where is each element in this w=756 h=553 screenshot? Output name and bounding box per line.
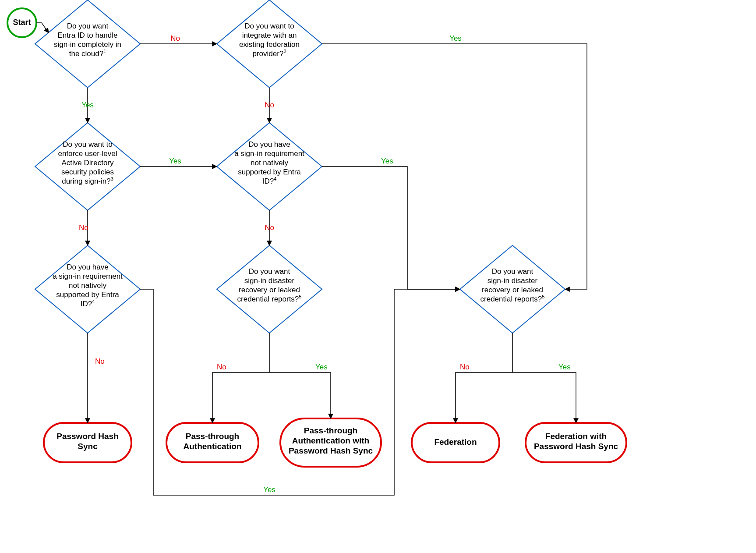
t5-line0: Federation with <box>545 432 607 441</box>
t2-line1: Authentication <box>184 442 242 451</box>
t3-line1: Authentication with <box>292 436 369 445</box>
d1-line0: Do you want <box>67 22 109 30</box>
t5-line1: Password Hash Sync <box>534 442 618 451</box>
d2-line3: provider?2 <box>253 49 286 58</box>
decision-d3: Do you want to enforce user-level Active… <box>35 123 140 210</box>
d5-line1: a sign-in requirement <box>53 272 123 280</box>
d3-line0: Do you want to <box>63 140 112 149</box>
d1-line3: the cloud?1 <box>69 49 106 58</box>
d2-line0: Do you want to <box>244 22 294 30</box>
d3-line2: Active Directory <box>61 159 114 167</box>
d4-line3: supported by Entra <box>238 168 301 176</box>
d7-line0: Do you want <box>492 267 533 276</box>
decision-d7: Do you want sign-in disaster recovery or… <box>460 245 565 333</box>
edge-d4-d7 <box>322 167 460 289</box>
t1-line0: Password Hash <box>57 432 119 441</box>
d1-line1: Entra ID to handle <box>57 31 117 39</box>
label-d4-yes: Yes <box>381 157 393 165</box>
d6-line3: credential reports?5 <box>237 294 302 303</box>
d6-line1: sign-in disaster <box>244 276 295 285</box>
label-d4-no: No <box>265 223 274 232</box>
terminator-federation-phs: Federation with Password Hash Sync <box>526 423 626 462</box>
t3-line0: Pass-through <box>304 426 357 435</box>
label-d2-no: No <box>265 101 274 109</box>
d6-line0: Do you want <box>249 267 290 276</box>
terminator-federation: Federation <box>412 423 499 462</box>
terminator-pass-through-auth: Pass-through Authentication <box>166 423 258 462</box>
label-d5-yes: Yes <box>263 486 276 494</box>
d3-line3: security policies <box>61 168 114 176</box>
decision-d1: Do you want Entra ID to handle sign-in c… <box>35 0 140 88</box>
terminator-pass-through-auth-phs: Pass-through Authentication with Passwor… <box>280 418 381 467</box>
t1-line1: Sync <box>78 442 98 451</box>
d3-line1: enforce user-level <box>58 149 117 158</box>
d6-line2: recovery or leaked <box>239 286 300 294</box>
label-d1-no: No <box>170 34 180 43</box>
d2-line2: existing federation <box>239 40 300 49</box>
label-d7-yes: Yes <box>558 363 571 371</box>
d3-line4: during sign-in?3 <box>62 176 113 185</box>
label-d6-no: No <box>217 363 226 371</box>
edge-d7-t4 <box>456 372 512 423</box>
edge-start-d1 <box>36 23 49 33</box>
label-d5-no: No <box>95 357 105 365</box>
edge-d6-t2 <box>212 372 269 423</box>
t2-line0: Pass-through <box>186 432 239 441</box>
start-label: Start <box>13 18 31 27</box>
decision-d5: Do you have a sign-in requirement not na… <box>35 245 140 333</box>
d5-line3: supported by Entra <box>56 291 119 299</box>
d7-line3: credential reports?5 <box>480 294 545 303</box>
label-d3-no: No <box>79 223 88 232</box>
d7-line1: sign-in disaster <box>488 276 538 285</box>
edge-d7-t5 <box>512 372 576 423</box>
d5-line2: not natively <box>69 281 106 290</box>
d7-line2: recovery or leaked <box>482 286 543 294</box>
d2-line1: integrate with an <box>242 31 297 39</box>
label-d2-yes: Yes <box>449 34 462 43</box>
d1-line2: sign-in completely in <box>54 40 121 49</box>
t3-line2: Password Hash Sync <box>289 446 373 455</box>
d5-line0: Do you have <box>67 263 108 271</box>
d4-line0: Do you have <box>248 140 290 149</box>
decision-d2: Do you want to integrate with an existin… <box>217 0 322 88</box>
edge-d6-t3 <box>269 372 331 418</box>
terminator-password-hash-sync: Password Hash Sync <box>44 423 131 462</box>
t4-line0: Federation <box>434 437 477 447</box>
decision-d6: Do you want sign-in disaster recovery or… <box>217 245 322 333</box>
label-d1-yes: Yes <box>81 101 94 109</box>
start-node: Start <box>7 8 36 37</box>
d4-line1: a sign-in requirement <box>234 149 304 158</box>
label-d3-yes: Yes <box>169 157 181 165</box>
d4-line2: not natively <box>251 159 288 167</box>
label-d6-yes: Yes <box>315 363 328 371</box>
decision-d4: Do you have a sign-in requirement not na… <box>217 123 322 210</box>
label-d7-no: No <box>460 363 470 371</box>
